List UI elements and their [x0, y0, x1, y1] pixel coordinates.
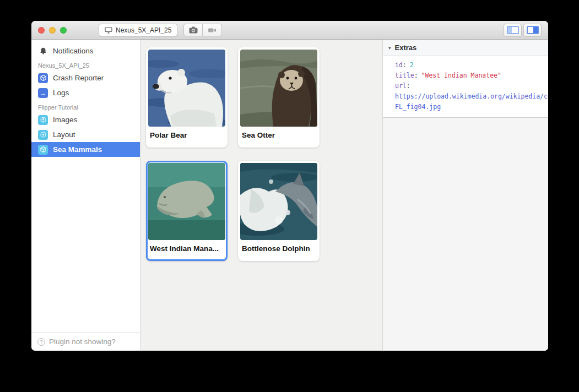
extras-body: id:2 title:"West Indian Manatee" url: ht… [383, 56, 548, 118]
sidebar-section-device: Nexus_5X_API_25 [31, 58, 140, 70]
card-title: Sea Otter [240, 127, 317, 139]
monitor-icon [105, 27, 112, 34]
sidebar-item-label: Layout [53, 130, 75, 139]
sidebar-item-label: Crash Reporter [53, 74, 104, 82]
sidebar-item-images[interactable]: Images [31, 112, 140, 127]
chevron-down-icon: ▾ [388, 45, 391, 51]
cube-icon [38, 73, 48, 83]
sidebar-item-sea-mammals[interactable]: Sea Mammals [31, 142, 140, 157]
extras-url-value-line1[interactable]: https://upload.wikimedia.org/wikipedia/c… [395, 91, 548, 102]
extras-url-value-line2[interactable]: FL_fig04.jpg [395, 102, 548, 112]
sidebar-item-label: Images [53, 116, 77, 124]
traffic-lights [38, 27, 67, 34]
target-icon [38, 130, 48, 140]
plugin-help-label: Plugin not showing? [49, 337, 116, 346]
right-panel-icon [527, 26, 539, 34]
flipper-window: Nexus_5X_API_25 [31, 21, 548, 351]
polar-bear-image [148, 50, 225, 127]
device-tab[interactable]: Nexus_5X_API_25 [99, 24, 177, 36]
extras-id-row: id:2 [395, 60, 548, 70]
card-grid: Polar Bear Sea O [140, 40, 383, 351]
device-tab-label: Nexus_5X_API_25 [116, 26, 171, 34]
sidebar-section-tutorial: Flipper Tutorial [31, 100, 140, 112]
video-record-button[interactable] [203, 24, 222, 36]
sidebar-item-logs[interactable]: → Logs [31, 85, 140, 100]
toggle-left-panel-button[interactable] [504, 24, 522, 37]
toggle-right-panel-button[interactable] [523, 24, 542, 37]
extras-title: Extras [395, 43, 417, 52]
extras-header[interactable]: ▾ Extras [383, 40, 548, 56]
extras-panel: ▾ Extras id:2 title:"West Indian Manatee… [383, 40, 548, 351]
help-icon: ? [37, 338, 45, 346]
extras-url-row: url: [395, 81, 548, 91]
panel-toggle-group [504, 24, 542, 37]
card-polar-bear[interactable]: Polar Bear [146, 47, 228, 148]
cube-icon [38, 145, 48, 155]
screenshot-button[interactable] [183, 24, 203, 36]
bell-icon [38, 47, 48, 55]
dolphin-image [240, 163, 317, 240]
plugin-nav: Notifications Nexus_5X_API_25 Crash Repo… [31, 40, 140, 332]
card-west-indian-manatee[interactable]: West Indian Mana... [146, 161, 228, 261]
sidebar-item-layout[interactable]: Layout [31, 127, 140, 142]
sea-otter-image [240, 50, 317, 127]
close-button[interactable] [38, 27, 45, 34]
avatar-icon [38, 115, 48, 125]
card-title: West Indian Mana... [148, 240, 225, 253]
sidebar-item-notifications[interactable]: Notifications [31, 43, 140, 58]
video-camera-icon [208, 27, 217, 34]
card-title: Polar Bear [148, 127, 225, 139]
manatee-image [148, 163, 225, 240]
sidebar-item-label: Logs [53, 89, 69, 97]
arrow-right-icon: → [38, 88, 48, 98]
left-panel-icon [507, 26, 519, 34]
extras-empty-area [383, 118, 548, 351]
card-title: Bottlenose Dolphin [240, 240, 317, 253]
plugin-help-link[interactable]: ? Plugin not showing? [31, 332, 140, 351]
minimize-button[interactable] [49, 27, 56, 34]
sidebar-item-label: Notifications [53, 47, 94, 55]
sidebar-item-label: Sea Mammals [53, 145, 102, 154]
extras-title-row: title:"West Indian Manatee" [395, 70, 548, 81]
card-sea-otter[interactable]: Sea Otter [238, 47, 320, 148]
sidebar: Notifications Nexus_5X_API_25 Crash Repo… [31, 40, 140, 351]
zoom-button[interactable] [60, 27, 67, 34]
sidebar-item-crash-reporter[interactable]: Crash Reporter [31, 70, 140, 85]
titlebar: Nexus_5X_API_25 [31, 21, 548, 40]
card-bottlenose-dolphin[interactable]: Bottlenose Dolphin [238, 161, 320, 261]
window-content: Notifications Nexus_5X_API_25 Crash Repo… [31, 40, 548, 351]
capture-button-group [183, 24, 222, 36]
camera-icon [189, 26, 198, 34]
